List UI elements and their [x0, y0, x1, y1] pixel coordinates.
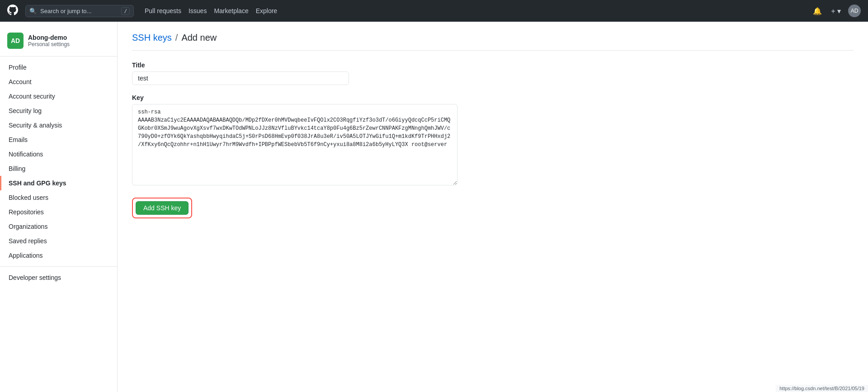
search-icon: 🔍 — [29, 8, 37, 14]
sidebar-developer-section: Developer settings — [0, 270, 117, 285]
sidebar-item-organizations[interactable]: Organizations — [0, 219, 117, 234]
sidebar-divider — [0, 266, 117, 267]
sidebar-item-notifications[interactable]: Notifications — [0, 147, 117, 161]
breadcrumb-separator: / — [175, 33, 178, 43]
sidebar: AD Abong-demo Personal settings Profile … — [0, 22, 118, 392]
footer-url: https://blog.csdn.net/test/B/2021/05/19 — [776, 385, 868, 392]
user-avatar-button[interactable]: AD — [848, 5, 861, 17]
sidebar-item-billing[interactable]: Billing — [0, 161, 117, 176]
sidebar-item-developer-settings[interactable]: Developer settings — [0, 270, 117, 285]
sidebar-item-repositories[interactable]: Repositories — [0, 205, 117, 219]
sidebar-item-saved-replies[interactable]: Saved replies — [0, 234, 117, 248]
key-textarea[interactable]: ssh-rsa AAAAB3NzaC1yc2EAAAADAQABAABAQDQb… — [132, 104, 458, 185]
key-form-group: Key ssh-rsa AAAAB3NzaC1yc2EAAAADAQABAABA… — [132, 94, 854, 187]
sidebar-main-section: Profile Account Account security Securit… — [0, 60, 117, 263]
main-content: SSH keys / Add new Title Key ssh-rsa AAA… — [118, 22, 868, 392]
sidebar-item-security-log[interactable]: Security log — [0, 104, 117, 118]
title-input[interactable] — [132, 71, 349, 85]
sidebar-item-applications[interactable]: Applications — [0, 248, 117, 263]
explore-link[interactable]: Explore — [256, 7, 277, 14]
sidebar-avatar: AD — [7, 33, 24, 49]
new-item-button[interactable]: + ▾ — [829, 5, 843, 17]
search-placeholder-text: Search or jump to... — [40, 8, 91, 14]
sidebar-user-section: AD Abong-demo Personal settings — [0, 29, 117, 57]
topnav-right: 🔔 + ▾ AD — [811, 5, 861, 17]
title-form-group: Title — [132, 61, 854, 85]
sidebar-item-blocked-users[interactable]: Blocked users — [0, 190, 117, 205]
sidebar-item-security-analysis[interactable]: Security & analysis — [0, 118, 117, 132]
sidebar-username: Abong-demo — [28, 34, 70, 41]
page-container: AD Abong-demo Personal settings Profile … — [0, 22, 868, 392]
sidebar-item-account[interactable]: Account — [0, 75, 117, 89]
top-navigation: 🔍 Search or jump to... / Pull requests I… — [0, 0, 868, 22]
key-label: Key — [132, 94, 854, 101]
sidebar-item-ssh-gpg-keys[interactable]: SSH and GPG keys — [0, 176, 117, 190]
title-label: Title — [132, 61, 854, 69]
topnav-links: Pull requests Issues Marketplace Explore — [145, 7, 277, 14]
page-header: SSH keys / Add new — [132, 33, 854, 51]
add-ssh-key-button-container: Add SSH key — [132, 198, 192, 218]
sidebar-user-info: Abong-demo Personal settings — [28, 34, 70, 47]
sidebar-item-account-security[interactable]: Account security — [0, 89, 117, 104]
issues-link[interactable]: Issues — [189, 7, 207, 14]
breadcrumb: SSH keys / Add new — [132, 33, 854, 43]
sidebar-item-emails[interactable]: Emails — [0, 132, 117, 147]
breadcrumb-ssh-keys-link[interactable]: SSH keys — [132, 33, 172, 43]
github-logo-icon[interactable] — [7, 5, 18, 18]
sidebar-sublabel: Personal settings — [28, 41, 70, 47]
add-ssh-key-button[interactable]: Add SSH key — [136, 201, 189, 215]
breadcrumb-current: Add new — [181, 33, 217, 43]
marketplace-link[interactable]: Marketplace — [214, 7, 248, 14]
pull-requests-link[interactable]: Pull requests — [145, 7, 181, 14]
sidebar-item-profile[interactable]: Profile — [0, 60, 117, 75]
notifications-button[interactable]: 🔔 — [811, 5, 824, 17]
search-shortcut: / — [121, 7, 130, 15]
search-bar[interactable]: 🔍 Search or jump to... / — [25, 5, 134, 17]
